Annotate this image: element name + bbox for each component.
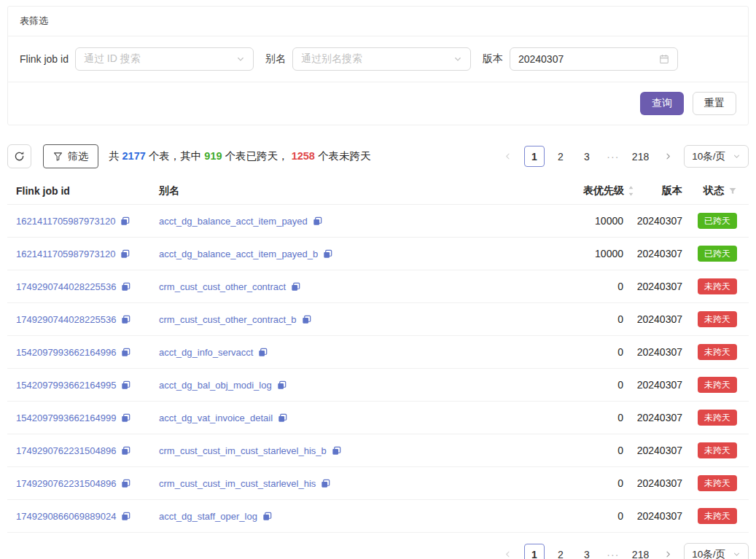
- chevron-down-icon: [733, 550, 741, 558]
- column-filter-icon[interactable]: [728, 187, 737, 195]
- copy-icon[interactable]: [121, 512, 130, 521]
- flink-job-id-link[interactable]: 1542097993662164999: [16, 413, 116, 423]
- alias-link[interactable]: acct_dg_bal_obj_modi_log: [159, 380, 272, 391]
- status-badge: 未跨天: [698, 475, 737, 491]
- version-value: 20240307: [518, 53, 564, 65]
- next-page-button[interactable]: [658, 146, 678, 167]
- status-badge: 未跨天: [698, 344, 737, 360]
- refresh-button[interactable]: [7, 144, 31, 168]
- copy-icon[interactable]: [262, 512, 272, 521]
- version-cell: 20240307: [623, 379, 682, 391]
- alias-link[interactable]: acct_dg_info_servacct: [159, 347, 253, 358]
- chevron-left-icon: [504, 550, 512, 558]
- priority-cell: 0: [514, 346, 623, 358]
- alias-link[interactable]: crm_cust_cust_im_cust_starlevel_his: [159, 478, 316, 489]
- alias-link[interactable]: acct_dg_staff_oper_log: [159, 511, 257, 522]
- flink-job-id-link[interactable]: 1749290762231504896: [16, 478, 116, 489]
- copy-icon[interactable]: [291, 282, 300, 292]
- priority-cell: 0: [514, 412, 623, 423]
- copy-icon[interactable]: [121, 315, 130, 324]
- table-row: 1542097993662164996 acct_dg_info_servacc…: [7, 336, 749, 369]
- alias-cell: acct_dg_vat_invoice_detail: [159, 413, 514, 423]
- flink-job-id-cell: 1749290744028225536: [16, 314, 159, 325]
- prev-page-button[interactable]: [498, 544, 518, 559]
- page-button-last[interactable]: 218: [629, 146, 652, 167]
- page-size-select[interactable]: 10条/页: [684, 145, 749, 168]
- status-badge: 已跨天: [698, 246, 737, 262]
- prev-page-button[interactable]: [498, 146, 518, 167]
- copy-icon[interactable]: [121, 380, 130, 390]
- copy-icon[interactable]: [278, 413, 287, 423]
- flink-job-id-link[interactable]: 1621411705987973120: [16, 249, 115, 259]
- status-cell: 未跨天: [682, 311, 737, 327]
- version-cell: 20240307: [623, 477, 682, 489]
- page-button-2[interactable]: 2: [550, 544, 571, 559]
- page-ellipsis[interactable]: ···: [603, 544, 623, 559]
- filter-funnel-icon: [53, 152, 63, 161]
- next-page-button[interactable]: [658, 544, 678, 559]
- table-row: 1621411705987973120 acct_dg_balance_acct…: [7, 238, 749, 270]
- page-button-2[interactable]: 2: [550, 146, 571, 167]
- query-button[interactable]: 查询: [640, 92, 684, 115]
- alias-link[interactable]: acct_dg_balance_acct_item_payed_b: [159, 249, 318, 259]
- status-cell: 未跨天: [682, 508, 737, 524]
- priority-cell: 0: [514, 281, 623, 292]
- filter-toggle-label: 筛选: [68, 150, 88, 163]
- status-badge: 未跨天: [698, 410, 737, 426]
- flink-job-id-cell: 1749290866069889024: [16, 511, 159, 522]
- alias-link[interactable]: acct_dg_vat_invoice_detail: [159, 413, 273, 423]
- page-ellipsis[interactable]: ···: [603, 146, 623, 167]
- page-button-1[interactable]: 1: [524, 146, 545, 167]
- flink-job-id-link[interactable]: 1542097993662164996: [16, 347, 116, 358]
- flink-job-id-cell: 1749290762231504896: [16, 445, 159, 456]
- copy-icon[interactable]: [121, 413, 130, 423]
- copy-icon[interactable]: [302, 315, 311, 324]
- flink-job-id-link[interactable]: 1621411705987973120: [16, 216, 115, 227]
- alias-link[interactable]: crm_cust_cust_im_cust_starlevel_his_b: [159, 445, 327, 456]
- column-header-priority-label: 表优先级: [583, 184, 624, 198]
- flink-job-id-link[interactable]: 1749290744028225536: [16, 281, 116, 292]
- column-header-priority[interactable]: 表优先级: [514, 184, 623, 198]
- alias-select[interactable]: 通过别名搜索: [292, 47, 471, 71]
- alias-link[interactable]: acct_dg_balance_acct_item_payed: [159, 216, 308, 227]
- flink-job-id-link[interactable]: 1749290866069889024: [16, 511, 116, 522]
- copy-icon[interactable]: [313, 216, 322, 226]
- copy-icon[interactable]: [323, 249, 332, 259]
- page-button-1[interactable]: 1: [524, 544, 545, 559]
- chevron-down-icon: [236, 55, 245, 63]
- summary-segment: 个表，其中: [146, 150, 205, 162]
- copy-icon[interactable]: [121, 479, 130, 488]
- column-header-status: 状态: [682, 184, 737, 198]
- copy-icon[interactable]: [120, 249, 130, 259]
- alias-cell: acct_dg_balance_acct_item_payed_b: [159, 249, 514, 259]
- reset-button[interactable]: 重置: [693, 92, 736, 115]
- flink-job-id-link[interactable]: 1749290744028225536: [16, 314, 116, 325]
- alias-link[interactable]: crm_cust_cust_other_contract_b: [159, 314, 297, 325]
- flink-job-id-link[interactable]: 1749290762231504896: [16, 445, 116, 456]
- flink-job-id-cell: 1749290744028225536: [16, 281, 159, 292]
- alias-link[interactable]: crm_cust_cust_other_contract: [159, 281, 286, 292]
- filter-toggle-button[interactable]: 筛选: [43, 144, 98, 168]
- table-row: 1749290744028225536 crm_cust_cust_other_…: [7, 303, 749, 336]
- flink-job-id-select[interactable]: 通过 ID 搜索: [75, 47, 254, 71]
- version-date-input[interactable]: 20240307: [510, 47, 678, 71]
- flink-job-id-link[interactable]: 1542097993662164995: [16, 380, 116, 391]
- page-button-3[interactable]: 3: [577, 544, 597, 559]
- summary-text: 共 2177 个表，其中 919 个表已跨天， 1258 个表未跨天: [109, 149, 370, 163]
- table-row: 1749290762231504896 crm_cust_cust_im_cus…: [7, 467, 749, 500]
- copy-icon[interactable]: [121, 282, 130, 292]
- status-badge: 已跨天: [698, 213, 737, 229]
- copy-icon[interactable]: [121, 348, 130, 357]
- copy-icon[interactable]: [121, 446, 130, 456]
- page-size-select[interactable]: 10条/页: [684, 543, 749, 559]
- copy-icon[interactable]: [332, 446, 341, 456]
- table-row: 1542097993662164995 acct_dg_bal_obj_modi…: [7, 369, 749, 402]
- version-cell: 20240307: [623, 510, 682, 522]
- copy-icon[interactable]: [321, 479, 330, 488]
- version-cell: 20240307: [623, 445, 682, 456]
- page-button-last[interactable]: 218: [629, 544, 652, 559]
- copy-icon[interactable]: [277, 380, 287, 390]
- copy-icon[interactable]: [258, 348, 268, 357]
- page-button-3[interactable]: 3: [577, 146, 597, 167]
- copy-icon[interactable]: [120, 216, 130, 226]
